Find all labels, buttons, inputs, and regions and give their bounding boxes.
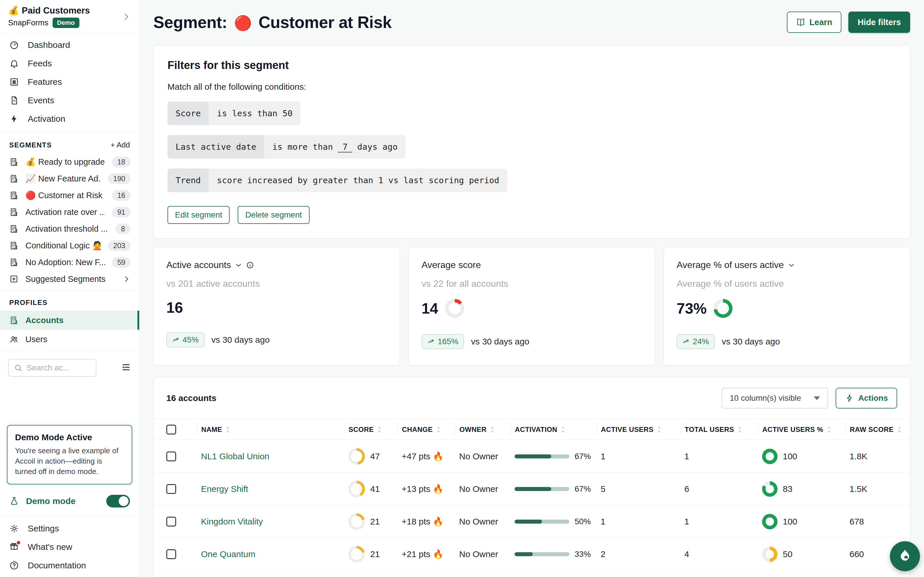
select-all-checkbox[interactable] <box>166 425 176 435</box>
row-checkbox[interactable] <box>166 484 176 494</box>
stat-label: Active accounts <box>166 259 231 270</box>
column-header-owner[interactable]: OWNER <box>455 423 510 436</box>
column-header-activation[interactable]: ACTIVATION <box>510 423 596 436</box>
actions-button[interactable]: Actions <box>836 388 897 408</box>
delete-segment-button[interactable]: Delete segment <box>237 206 309 224</box>
accounts-table-card: 16 accounts 10 column(s) visible Actions… <box>153 377 910 577</box>
sidebar-item-users[interactable]: Users <box>0 330 139 349</box>
days-value[interactable]: 7 <box>338 142 352 153</box>
column-header-total-users[interactable]: TOTAL USERS <box>680 423 758 436</box>
collapse-sidebar-icon <box>120 362 131 373</box>
suggested-segments-item[interactable]: Suggested Segments <box>0 271 139 287</box>
sidebar-item-features[interactable]: Features <box>0 73 139 91</box>
active-pct-donut <box>762 481 778 497</box>
active-users-cell: 1 <box>596 440 680 472</box>
row-checkbox[interactable] <box>166 451 176 461</box>
sidebar-item-whats-new[interactable]: What's new <box>0 538 139 556</box>
score-donut <box>348 480 365 497</box>
profiles-heading: PROFILES <box>9 298 48 307</box>
sort-icon <box>225 426 231 434</box>
owner-cell: No Owner <box>455 440 510 472</box>
sidebar-item-feeds[interactable]: Feeds <box>0 54 139 73</box>
segment-item-ready-to-upgrade[interactable]: 💰 Ready to upgrade18 <box>0 153 139 170</box>
column-header-raw-score[interactable]: RAW SCORE <box>845 423 910 436</box>
workspace-switcher[interactable]: 💰 Paid Customers SnapForms Demo <box>0 0 139 32</box>
percent-donut <box>714 299 733 318</box>
account-name-link[interactable]: Kingdom Vitality <box>201 517 263 527</box>
account-name-link[interactable]: NL1 Global Union <box>201 451 270 461</box>
add-segment-button[interactable]: + Add <box>111 140 130 150</box>
demo-notice-body: You're seeing a live example of Accoil i… <box>15 446 124 477</box>
column-header-change[interactable]: CHANGE <box>397 423 455 436</box>
activation-bar <box>515 455 569 458</box>
stat-value: 16 <box>166 299 183 316</box>
flask-icon <box>9 496 19 506</box>
app-window: 💰 Paid Customers SnapForms Demo Dashboar… <box>0 0 924 577</box>
total-users-cell: 4 <box>680 538 758 571</box>
building-icon <box>9 174 18 183</box>
info-icon[interactable] <box>246 261 254 269</box>
filters-panel: Filters for this segment Match all of th… <box>153 45 910 239</box>
segment-item-new-feature[interactable]: 📈 New Feature Ad...190 <box>0 170 139 187</box>
active-pct-donut <box>762 514 778 529</box>
sidebar-item-documentation[interactable]: Documentation <box>0 556 139 575</box>
filter-condition-last-active[interactable]: Last active date is more than 7 days ago <box>168 135 406 159</box>
segment-item-customer-at-risk[interactable]: 🔴 Customer at Risk16 <box>0 187 139 204</box>
demo-mode-row: Demo mode <box>0 492 139 515</box>
chevron-down-icon[interactable] <box>234 261 242 269</box>
demo-badge: Demo <box>53 18 79 28</box>
row-checkbox[interactable] <box>166 517 176 527</box>
column-header-active-users-pct[interactable]: ACTIVE USERS % <box>758 423 845 436</box>
row-checkbox[interactable] <box>166 549 176 559</box>
filter-condition-trend[interactable]: Trend score increased by greater than 1 … <box>168 169 507 192</box>
search-input[interactable] <box>27 363 84 372</box>
collapse-sidebar-button[interactable] <box>120 362 131 374</box>
edit-segment-button[interactable]: Edit segment <box>168 206 229 224</box>
segment-item-activation-rate[interactable]: Activation rate over ...91 <box>0 204 139 221</box>
table-toolbar: 16 accounts 10 column(s) visible Actions <box>153 377 910 419</box>
column-header-score[interactable]: SCORE <box>344 423 397 436</box>
segment-item-no-adoption[interactable]: No Adoption: New F...59 <box>0 254 139 271</box>
score-donut <box>348 513 365 530</box>
total-users-cell: 6 <box>680 472 758 505</box>
account-search[interactable] <box>8 359 97 377</box>
sidebar-item-settings[interactable]: Settings <box>0 519 139 538</box>
demo-notice-title: Demo Mode Active <box>15 432 124 442</box>
sidebar-item-dashboard[interactable]: Dashboard <box>0 36 139 54</box>
sidebar-item-activation[interactable]: Activation <box>0 110 139 128</box>
demo-mode-toggle[interactable] <box>106 495 130 508</box>
help-circle-icon <box>9 561 19 571</box>
activation-bar <box>515 520 569 524</box>
building-icon <box>9 157 18 166</box>
owner-cell: No Owner <box>455 505 510 538</box>
book-icon <box>796 18 805 27</box>
support-chat-button[interactable] <box>890 541 920 571</box>
segment-item-conditional-logic[interactable]: Conditional Logic 🙅203 <box>0 237 139 254</box>
chevron-right-icon <box>121 12 131 22</box>
account-name-link[interactable]: Energy Shift <box>201 484 248 494</box>
sidebar-footer: Settings What's new Documentation <box>0 515 139 577</box>
sidebar-item-events[interactable]: Events <box>0 91 139 110</box>
building-icon <box>9 208 18 217</box>
active-pct-donut <box>762 546 778 562</box>
active-users-cell: 2 <box>596 538 680 571</box>
hide-filters-button[interactable]: Hide filters <box>848 11 910 33</box>
chevron-down-icon[interactable] <box>787 261 795 269</box>
account-name-link[interactable]: One Quantum <box>201 549 255 559</box>
sidebar: 💰 Paid Customers SnapForms Demo Dashboar… <box>0 0 139 577</box>
count-badge: 91 <box>112 207 131 218</box>
filter-condition-score[interactable]: Score is less than 50 <box>168 102 300 125</box>
lightning-icon <box>845 393 854 403</box>
table-row: Energy Shift 41 +13 pts 🔥 No Owner 67% 5… <box>153 472 910 505</box>
sidebar-item-accounts[interactable]: Accounts <box>0 311 139 330</box>
active-pct-donut <box>762 449 778 464</box>
segment-item-activation-threshold[interactable]: Activation threshold ...8 <box>0 221 139 237</box>
stat-cards: Active accounts vs 201 active accounts 1… <box>153 247 910 366</box>
owner-cell: No Owner <box>455 472 510 505</box>
column-header-active-users[interactable]: ACTIVE USERS <box>596 423 680 436</box>
table-row: Kingdom Vitality 21 +18 pts 🔥 No Owner 5… <box>153 505 910 538</box>
document-icon <box>9 95 19 105</box>
learn-button[interactable]: Learn <box>787 11 842 33</box>
columns-visible-dropdown[interactable]: 10 column(s) visible <box>722 388 828 408</box>
column-header-name[interactable]: NAME <box>197 423 344 436</box>
